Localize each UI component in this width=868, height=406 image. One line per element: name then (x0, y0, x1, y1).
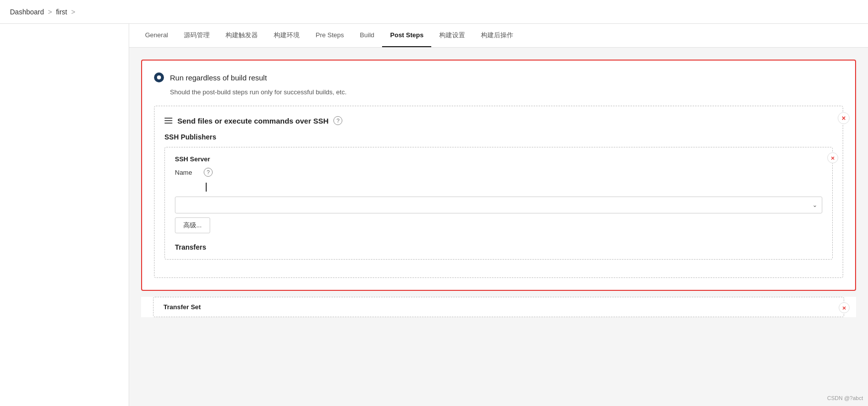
name-label: Name (175, 169, 200, 176)
ssh-card-title: Send files or execute commands over SSH (177, 117, 328, 125)
ssh-server-card: × SSH Server Name ? (164, 147, 833, 260)
run-regardless-row: Run regardless of build result (154, 72, 843, 82)
ssh-server-close-button[interactable]: × (827, 152, 838, 163)
ssh-card-help-icon[interactable]: ? (333, 116, 342, 125)
breadcrumb-sep-2: > (71, 8, 75, 16)
main-layout: General 源码管理 构建触发器 构建环境 Pre Steps Build … (0, 24, 868, 406)
sidebar (0, 24, 129, 406)
name-select-wrapper: ⌄ (175, 197, 822, 213)
name-help-icon[interactable]: ? (204, 168, 213, 177)
ssh-publishers-label: SSH Publishers (164, 133, 833, 141)
breadcrumb-sep-1: > (48, 8, 52, 16)
transfer-set-card: × Transfer Set (153, 297, 844, 317)
breadcrumb-project[interactable]: first (56, 8, 68, 16)
ssh-card: × Send files or execute commands over SS… (154, 106, 843, 278)
transfers-label: Transfers (175, 243, 822, 251)
content-area: General 源码管理 构建触发器 构建环境 Pre Steps Build … (129, 24, 868, 406)
tab-postbuild[interactable]: 构建后操作 (473, 24, 521, 47)
ssh-card-close-button[interactable]: × (838, 112, 850, 124)
text-cursor (206, 183, 212, 192)
tab-source[interactable]: 源码管理 (176, 24, 218, 47)
breadcrumb-bar: Dashboard > first > (0, 0, 868, 24)
ssh-server-title: SSH Server (175, 155, 822, 163)
ssh-card-header: Send files or execute commands over SSH … (164, 116, 833, 125)
name-select[interactable] (175, 197, 822, 213)
advanced-button[interactable]: 高级... (175, 217, 210, 233)
name-field-row: Name ? (175, 168, 822, 177)
transfer-set-close-button[interactable]: × (839, 302, 850, 313)
run-regardless-desc: Should the post-build steps run only for… (170, 88, 843, 96)
tab-presteps[interactable]: Pre Steps (308, 24, 352, 47)
tab-build[interactable]: Build (352, 24, 382, 47)
breadcrumb-dashboard[interactable]: Dashboard (10, 8, 44, 16)
tabs-bar: General 源码管理 构建触发器 构建环境 Pre Steps Build … (129, 24, 868, 48)
tab-triggers[interactable]: 构建触发器 (218, 24, 266, 47)
run-regardless-title: Run regardless of build result (170, 73, 267, 82)
run-regardless-radio[interactable] (154, 72, 164, 82)
page-content: Run regardless of build result Should th… (129, 48, 868, 329)
tab-settings[interactable]: 构建设置 (431, 24, 473, 47)
hamburger-icon[interactable] (164, 118, 172, 124)
tab-poststeps[interactable]: Post Steps (382, 24, 431, 47)
tab-env[interactable]: 构建环境 (266, 24, 308, 47)
transfer-set-title: Transfer Set (163, 303, 834, 311)
tab-general[interactable]: General (137, 24, 176, 47)
watermark: CSDN @?abct (827, 395, 863, 401)
highlighted-section: Run regardless of build result Should th… (141, 60, 856, 291)
